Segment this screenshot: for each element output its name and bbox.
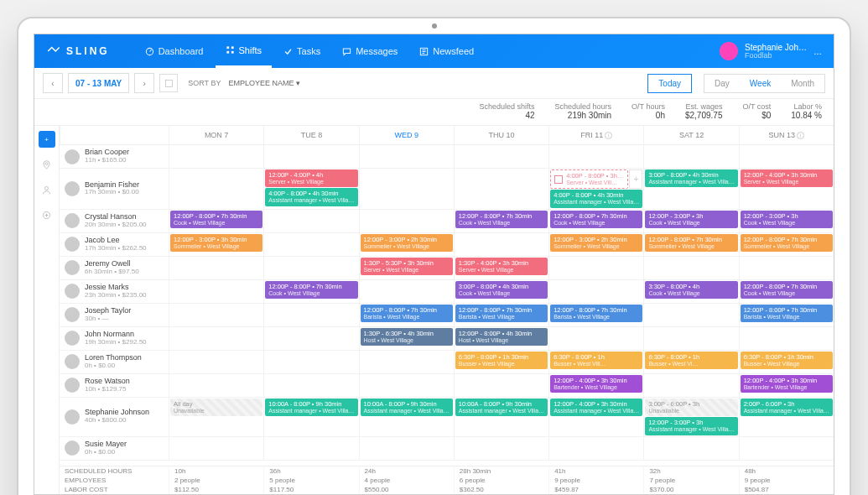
schedule-cell[interactable] — [359, 210, 454, 233]
shift-block[interactable]: 12:00P - 8:00P • 7h 30minCook • West Vil… — [265, 281, 357, 299]
shift-block[interactable]: 1:30P - 5:30P • 3h 30minServer • West Vi… — [361, 258, 453, 275]
location-filter-icon[interactable] — [39, 156, 55, 173]
schedule-cell[interactable] — [359, 280, 454, 304]
schedule-cell[interactable] — [169, 351, 263, 374]
schedule-cell[interactable] — [169, 145, 263, 169]
schedule-cell[interactable]: 12:00P - 8:00P • 7h 30minBarista • West … — [548, 304, 643, 327]
schedule-cell[interactable]: 10:00A - 8:00P • 9h 30minAssistant manag… — [359, 398, 454, 437]
shift-block[interactable]: 12:00P - 8:00P • 7h 30minCook • West Vil… — [455, 211, 548, 228]
select-all-checkbox[interactable] — [159, 74, 178, 92]
schedule-cell[interactable]: 12:00P - 4:00P • 3h 30minServer • West V… — [739, 169, 834, 210]
employee-cell[interactable]: Jacob Lee17h 30min • $262.50 — [60, 233, 169, 257]
schedule-cell[interactable] — [739, 327, 834, 351]
shift-block[interactable]: 12:00P - 3:00P • 2h 30minSommelier • Wes… — [361, 234, 453, 252]
schedule-cell[interactable] — [359, 145, 454, 169]
shift-block[interactable]: 6:30P - 8:00P • 1h 30minBusser • West Vi… — [455, 352, 548, 369]
schedule-cell[interactable] — [359, 437, 454, 461]
shift-block[interactable]: 12:00P - 4:00P • 4hServer • West Village — [265, 169, 357, 187]
shift-block[interactable]: 12:00P - 8:00P • 7h 30minBarista • West … — [361, 305, 453, 322]
shift-block[interactable]: 1:30P - 4:00P • 3h 30minServer • West Vi… — [455, 258, 548, 275]
schedule-cell[interactable]: 12:00P - 3:00P • 3hCook • West Village — [643, 210, 738, 233]
schedule-cell[interactable] — [169, 374, 263, 398]
schedule-cell[interactable] — [263, 233, 358, 257]
employee-cell[interactable]: Stephanie Johnson40h • $800.00 — [60, 398, 169, 437]
schedule-cell[interactable] — [169, 257, 263, 280]
schedule-cell[interactable] — [263, 374, 358, 398]
schedule-cell[interactable] — [739, 145, 834, 169]
shift-block[interactable]: 12:00P - 3:00P • 3h 30minSommelier • Wes… — [170, 234, 262, 252]
employee-cell[interactable]: Loren Thompson0h • $0.00 — [60, 351, 169, 374]
day-header[interactable]: MON 7 — [169, 126, 263, 145]
shift-block[interactable]: 12:00P - 3:00P • 3hCook • West Village — [645, 211, 737, 228]
schedule-cell[interactable]: 12:00P - 3:00P • 3h 30minSommelier • Wes… — [169, 233, 263, 257]
schedule-cell[interactable] — [169, 327, 263, 351]
schedule-cell[interactable]: 10:00A - 8:00P • 9h 30minAssistant manag… — [263, 398, 358, 437]
shift-block[interactable]: 12:00P - 8:00P • 7h 30minBarista • West … — [550, 305, 642, 322]
people-filter-icon[interactable] — [39, 181, 55, 198]
schedule-cell[interactable]: 12:00P - 8:00P • 7h 30minBarista • West … — [454, 304, 548, 327]
employee-cell[interactable]: Susie Mayer0h • $0.00 — [60, 437, 169, 461]
schedule-cell[interactable] — [739, 437, 834, 461]
shift-block[interactable]: 10:00A - 8:00P • 9h 30minAssistant manag… — [265, 399, 357, 416]
shift-block[interactable]: 3:00P - 8:00P • 4h 30minCook • West Vill… — [455, 281, 548, 299]
day-header[interactable]: TUE 8 — [263, 126, 358, 145]
schedule-cell[interactable] — [359, 169, 454, 210]
schedule-cell[interactable]: 3:30P - 8:00P • 4hCook • West Village — [643, 280, 738, 304]
schedule-cell[interactable]: 3:00P - 8:00P • 4h 30minAssistant manage… — [643, 169, 738, 210]
schedule-cell[interactable]: 6:30P - 8:00P • 1hBusser • West Vill… — [548, 351, 643, 374]
employee-cell[interactable]: John Normann19h 30min • $292.50 — [60, 327, 169, 351]
schedule-cell[interactable] — [454, 169, 548, 210]
shift-block[interactable]: 4:00P - 8:00P • 4h 30minAssistant manage… — [550, 190, 642, 207]
shift-block[interactable]: 3:30P - 8:00P • 4hCook • West Village — [645, 281, 737, 299]
employee-cell[interactable]: Joseph Taylor30h • — — [60, 304, 169, 327]
schedule-cell[interactable] — [454, 233, 548, 257]
add-shift-icon[interactable]: + — [629, 169, 642, 189]
shift-block[interactable]: 12:00P - 8:00P • 7h 30minSommelier • Wes… — [741, 234, 833, 252]
schedule-cell[interactable] — [643, 374, 738, 398]
shift-block[interactable]: All dayUnavailable — [170, 399, 262, 416]
schedule-cell[interactable]: 12:00P - 4:00P • 4hServer • West Village… — [263, 169, 358, 210]
shift-block[interactable]: 4:00P - 8:00P • 4h 30minAssistant manage… — [265, 188, 357, 206]
employee-cell[interactable]: Jessie Marks23h 30min • $235.00 — [60, 280, 169, 304]
schedule-cell[interactable]: 12:00P - 8:00P • 7h 30minBarista • West … — [359, 304, 454, 327]
schedule-cell[interactable] — [263, 351, 358, 374]
shift-block[interactable]: 6:30P - 8:00P • 1hBusser • West Vi… — [645, 352, 737, 369]
schedule-cell[interactable] — [169, 304, 263, 327]
schedule-cell[interactable] — [643, 304, 738, 327]
day-header[interactable]: FRI 11i — [548, 126, 643, 145]
schedule-cell[interactable] — [548, 280, 643, 304]
shift-block[interactable]: 6:30P - 8:00P • 1h 30minBusser • West Vi… — [741, 352, 833, 369]
employee-cell[interactable]: Benjamin Fisher17h 30min • $0.00 — [60, 169, 169, 210]
schedule-cell[interactable]: 12:00P - 3:00P • 2h 30minSommelier • Wes… — [548, 233, 643, 257]
schedule-cell[interactable] — [548, 145, 643, 169]
shift-block[interactable]: 12:00P - 8:00P • 7h 30minSommelier • Wes… — [645, 234, 737, 252]
schedule-cell[interactable] — [548, 437, 643, 461]
employee-cell[interactable]: Rose Watson10h • $129.75 — [60, 374, 169, 398]
schedule-cell[interactable] — [643, 327, 738, 351]
tags-filter-icon[interactable] — [39, 206, 55, 223]
schedule-cell[interactable]: 1:30P - 6:30P • 4h 30minHost • West Vill… — [359, 327, 454, 351]
range-week[interactable]: Week — [740, 75, 781, 92]
schedule-cell[interactable]: 12:00P - 8:00P • 7h 30minCook • West Vil… — [739, 280, 834, 304]
schedule-cell[interactable] — [263, 304, 358, 327]
shift-block[interactable]: 12:00P - 8:00P • 7h 30minBarista • West … — [741, 305, 833, 322]
schedule-cell[interactable] — [454, 374, 548, 398]
schedule-cell[interactable]: 12:00P - 8:00P • 7h 30minBarista • West … — [739, 304, 834, 327]
schedule-cell[interactable]: 2:00P - 6:00P • 3hAssistant manager • We… — [739, 398, 834, 437]
shift-block[interactable]: 12:00P - 4:00P • 3h 30minAssistant manag… — [550, 399, 642, 416]
schedule-cell[interactable]: 3:00P - 6:00P • 3hUnavailable12:00P - 3:… — [643, 398, 738, 437]
shift-block[interactable]: 12:00P - 8:00P • 7h 30minCook • West Vil… — [741, 281, 833, 299]
schedule-cell[interactable] — [548, 257, 643, 280]
schedule-cell[interactable]: 12:00P - 4:00P • 3h 30minAssistant manag… — [548, 398, 643, 437]
schedule-cell[interactable] — [169, 280, 263, 304]
prev-week-button[interactable]: ‹ — [43, 73, 63, 93]
schedule-cell[interactable] — [169, 437, 263, 461]
add-shift-button[interactable]: + — [39, 131, 55, 148]
schedule-cell[interactable] — [739, 257, 834, 280]
employee-cell[interactable]: Crystal Hanson20h 30min • $205.00 — [60, 210, 169, 233]
schedule-cell[interactable] — [263, 437, 358, 461]
schedule-cell[interactable]: 12:00P - 8:00P • 7h 30minCook • West Vil… — [263, 280, 358, 304]
shift-block[interactable]: 3:00P - 8:00P • 4h 30minAssistant manage… — [645, 169, 737, 187]
shift-block[interactable]: 10:00A - 8:00P • 9h 30minAssistant manag… — [361, 399, 453, 416]
schedule-cell[interactable]: 3:00P - 8:00P • 4h 30minCook • West Vill… — [454, 280, 548, 304]
